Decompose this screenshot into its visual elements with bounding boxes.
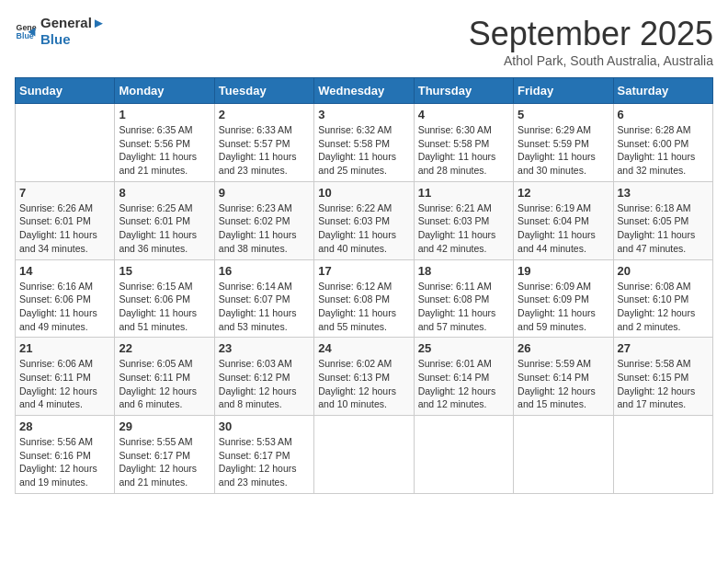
calendar-cell: 14Sunrise: 6:16 AMSunset: 6:06 PMDayligh… bbox=[16, 259, 115, 338]
calendar-week-row: 14Sunrise: 6:16 AMSunset: 6:06 PMDayligh… bbox=[16, 259, 713, 338]
day-info: Sunrise: 6:01 AMSunset: 6:14 PMDaylight:… bbox=[418, 357, 509, 411]
day-info: Sunrise: 5:55 AMSunset: 6:17 PMDaylight:… bbox=[119, 435, 210, 489]
day-number: 20 bbox=[618, 264, 709, 278]
day-header-wednesday: Wednesday bbox=[314, 78, 414, 104]
day-info: Sunrise: 6:06 AMSunset: 6:11 PMDaylight:… bbox=[19, 357, 110, 411]
day-number: 26 bbox=[518, 341, 609, 355]
day-number: 10 bbox=[318, 186, 409, 200]
day-number: 2 bbox=[219, 108, 310, 121]
day-info: Sunrise: 6:05 AMSunset: 6:11 PMDaylight:… bbox=[119, 357, 210, 411]
day-info: Sunrise: 5:56 AMSunset: 6:16 PMDaylight:… bbox=[19, 435, 110, 489]
calendar-cell bbox=[314, 416, 414, 494]
day-info: Sunrise: 6:29 AMSunset: 5:59 PMDaylight:… bbox=[518, 123, 609, 178]
page-header: General Blue General► Blue September 202… bbox=[15, 15, 713, 68]
calendar-cell: 7Sunrise: 6:26 AMSunset: 6:01 PMDaylight… bbox=[16, 181, 115, 259]
day-number: 28 bbox=[19, 419, 110, 433]
calendar-cell: 17Sunrise: 6:12 AMSunset: 6:08 PMDayligh… bbox=[314, 259, 414, 338]
day-info: Sunrise: 6:12 AMSunset: 6:08 PMDaylight:… bbox=[318, 280, 409, 334]
calendar-cell: 23Sunrise: 6:03 AMSunset: 6:12 PMDayligh… bbox=[214, 338, 313, 416]
day-info: Sunrise: 6:09 AMSunset: 6:09 PMDaylight:… bbox=[518, 280, 609, 334]
calendar-cell: 13Sunrise: 6:18 AMSunset: 6:05 PMDayligh… bbox=[613, 181, 712, 259]
day-number: 14 bbox=[19, 264, 110, 278]
calendar-cell: 1Sunrise: 6:35 AMSunset: 5:56 PMDaylight… bbox=[115, 104, 214, 182]
day-number: 24 bbox=[318, 341, 409, 355]
calendar-cell bbox=[613, 416, 712, 494]
day-number: 12 bbox=[518, 186, 609, 200]
day-number: 17 bbox=[318, 264, 409, 278]
day-number: 16 bbox=[219, 264, 310, 278]
calendar-header-row: SundayMondayTuesdayWednesdayThursdayFrid… bbox=[16, 78, 713, 104]
day-number: 8 bbox=[119, 186, 210, 200]
day-info: Sunrise: 5:59 AMSunset: 6:14 PMDaylight:… bbox=[518, 357, 609, 411]
day-number: 6 bbox=[618, 108, 709, 121]
calendar-cell: 30Sunrise: 5:53 AMSunset: 6:17 PMDayligh… bbox=[214, 416, 313, 494]
day-number: 29 bbox=[119, 419, 210, 433]
day-header-monday: Monday bbox=[115, 78, 214, 104]
title-block: September 2025 Athol Park, South Austral… bbox=[469, 15, 713, 68]
day-info: Sunrise: 6:14 AMSunset: 6:07 PMDaylight:… bbox=[219, 280, 310, 334]
day-info: Sunrise: 6:02 AMSunset: 6:13 PMDaylight:… bbox=[318, 357, 409, 411]
day-number: 13 bbox=[618, 186, 709, 200]
calendar-cell: 3Sunrise: 6:32 AMSunset: 5:58 PMDaylight… bbox=[314, 104, 414, 182]
day-header-thursday: Thursday bbox=[414, 78, 513, 104]
day-number: 19 bbox=[518, 264, 609, 278]
location-subtitle: Athol Park, South Australia, Australia bbox=[469, 53, 713, 68]
day-info: Sunrise: 6:21 AMSunset: 6:03 PMDaylight:… bbox=[418, 201, 509, 256]
day-number: 7 bbox=[19, 186, 110, 200]
calendar-cell: 2Sunrise: 6:33 AMSunset: 5:57 PMDaylight… bbox=[214, 104, 313, 182]
calendar-cell: 28Sunrise: 5:56 AMSunset: 6:16 PMDayligh… bbox=[16, 416, 115, 494]
day-info: Sunrise: 6:25 AMSunset: 6:01 PMDaylight:… bbox=[119, 201, 210, 256]
day-number: 22 bbox=[119, 341, 210, 355]
month-title: September 2025 bbox=[469, 15, 713, 53]
day-info: Sunrise: 6:18 AMSunset: 6:05 PMDaylight:… bbox=[618, 201, 709, 256]
day-info: Sunrise: 6:26 AMSunset: 6:01 PMDaylight:… bbox=[19, 201, 110, 256]
day-number: 15 bbox=[119, 264, 210, 278]
day-number: 3 bbox=[318, 108, 409, 121]
calendar-cell: 24Sunrise: 6:02 AMSunset: 6:13 PMDayligh… bbox=[314, 338, 414, 416]
day-number: 23 bbox=[219, 341, 310, 355]
day-info: Sunrise: 5:58 AMSunset: 6:15 PMDaylight:… bbox=[618, 357, 709, 411]
svg-text:Blue: Blue bbox=[17, 31, 34, 40]
calendar-cell bbox=[414, 416, 513, 494]
day-info: Sunrise: 6:08 AMSunset: 6:10 PMDaylight:… bbox=[618, 280, 709, 334]
day-info: Sunrise: 6:22 AMSunset: 6:03 PMDaylight:… bbox=[318, 201, 409, 256]
calendar-week-row: 1Sunrise: 6:35 AMSunset: 5:56 PMDaylight… bbox=[16, 104, 713, 182]
day-header-sunday: Sunday bbox=[16, 78, 115, 104]
calendar-table: SundayMondayTuesdayWednesdayThursdayFrid… bbox=[15, 77, 713, 494]
calendar-cell: 18Sunrise: 6:11 AMSunset: 6:08 PMDayligh… bbox=[414, 259, 513, 338]
calendar-week-row: 28Sunrise: 5:56 AMSunset: 6:16 PMDayligh… bbox=[16, 416, 713, 494]
day-info: Sunrise: 6:15 AMSunset: 6:06 PMDaylight:… bbox=[119, 280, 210, 334]
calendar-cell: 6Sunrise: 6:28 AMSunset: 6:00 PMDaylight… bbox=[613, 104, 712, 182]
calendar-week-row: 21Sunrise: 6:06 AMSunset: 6:11 PMDayligh… bbox=[16, 338, 713, 416]
day-info: Sunrise: 6:28 AMSunset: 6:00 PMDaylight:… bbox=[618, 123, 709, 178]
day-info: Sunrise: 6:32 AMSunset: 5:58 PMDaylight:… bbox=[318, 123, 409, 178]
calendar-week-row: 7Sunrise: 6:26 AMSunset: 6:01 PMDaylight… bbox=[16, 181, 713, 259]
day-header-tuesday: Tuesday bbox=[214, 78, 313, 104]
calendar-cell: 20Sunrise: 6:08 AMSunset: 6:10 PMDayligh… bbox=[613, 259, 712, 338]
logo-icon: General Blue bbox=[15, 20, 37, 42]
calendar-cell: 8Sunrise: 6:25 AMSunset: 6:01 PMDaylight… bbox=[115, 181, 214, 259]
day-number: 9 bbox=[219, 186, 310, 200]
day-number: 11 bbox=[418, 186, 509, 200]
calendar-cell: 19Sunrise: 6:09 AMSunset: 6:09 PMDayligh… bbox=[514, 259, 613, 338]
day-number: 27 bbox=[618, 341, 709, 355]
calendar-cell: 15Sunrise: 6:15 AMSunset: 6:06 PMDayligh… bbox=[115, 259, 214, 338]
day-number: 25 bbox=[418, 341, 509, 355]
calendar-cell: 5Sunrise: 6:29 AMSunset: 5:59 PMDaylight… bbox=[514, 104, 613, 182]
calendar-cell: 10Sunrise: 6:22 AMSunset: 6:03 PMDayligh… bbox=[314, 181, 414, 259]
day-info: Sunrise: 6:30 AMSunset: 5:58 PMDaylight:… bbox=[418, 123, 509, 178]
day-info: Sunrise: 6:19 AMSunset: 6:04 PMDaylight:… bbox=[518, 201, 609, 256]
calendar-cell: 29Sunrise: 5:55 AMSunset: 6:17 PMDayligh… bbox=[115, 416, 214, 494]
calendar-cell: 22Sunrise: 6:05 AMSunset: 6:11 PMDayligh… bbox=[115, 338, 214, 416]
calendar-cell: 9Sunrise: 6:23 AMSunset: 6:02 PMDaylight… bbox=[214, 181, 313, 259]
calendar-cell: 27Sunrise: 5:58 AMSunset: 6:15 PMDayligh… bbox=[613, 338, 712, 416]
day-info: Sunrise: 6:16 AMSunset: 6:06 PMDaylight:… bbox=[19, 280, 110, 334]
day-number: 4 bbox=[418, 108, 509, 121]
day-info: Sunrise: 6:11 AMSunset: 6:08 PMDaylight:… bbox=[418, 280, 509, 334]
calendar-cell: 4Sunrise: 6:30 AMSunset: 5:58 PMDaylight… bbox=[414, 104, 513, 182]
day-number: 5 bbox=[518, 108, 609, 121]
calendar-cell bbox=[16, 104, 115, 182]
logo-text: General► Blue bbox=[40, 15, 106, 48]
day-header-saturday: Saturday bbox=[613, 78, 712, 104]
day-number: 21 bbox=[19, 341, 110, 355]
